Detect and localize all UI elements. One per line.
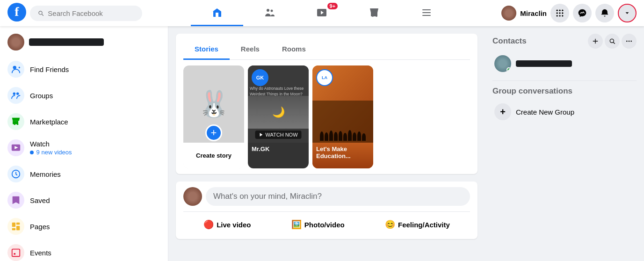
composer-top: What's on your mind, Miraclin?: [183, 187, 470, 206]
account-menu-button[interactable]: [618, 4, 637, 22]
svg-rect-30: [16, 226, 20, 230]
svg-point-21: [13, 93, 15, 95]
mrgk-avatar-text: GK: [256, 75, 264, 80]
sidebar-item-find-friends[interactable]: Find Friends: [4, 56, 164, 82]
photo-video-button[interactable]: 🖼️ Photo/video: [284, 216, 352, 233]
tab-stories[interactable]: Stories: [183, 39, 230, 60]
sidebar-item-label: Marketplace: [30, 118, 68, 126]
sidebar-item-pages[interactable]: Pages: [4, 213, 164, 239]
tab-reels[interactable]: Reels: [230, 39, 271, 60]
sidebar-item-watch[interactable]: Watch 9 new videos: [4, 135, 164, 161]
lmes-story-bottom: Let's Make Education...: [312, 143, 373, 168]
svg-rect-10: [422, 15, 431, 16]
composer-input[interactable]: What's on your mind, Miraclin?: [206, 187, 470, 206]
svg-point-18: [559, 15, 560, 16]
nav-watch[interactable]: 9+: [296, 0, 348, 26]
search-input[interactable]: [48, 9, 135, 17]
svg-point-2: [267, 9, 269, 12]
svg-point-38: [630, 41, 632, 42]
watch-now-btn[interactable]: WATCH NOW: [255, 130, 301, 139]
svg-rect-28: [12, 223, 15, 227]
composer-placeholder: What's on your mind, Miraclin?: [213, 192, 322, 201]
add-contact-button[interactable]: [588, 34, 603, 49]
search-bar[interactable]: [30, 6, 142, 21]
contacts-icon-row: [588, 34, 637, 49]
sidebar-item-memories[interactable]: Memories: [4, 161, 164, 187]
nav-groups[interactable]: [400, 0, 453, 26]
user-profile-nav[interactable]: Miraclin: [501, 6, 547, 21]
svg-point-13: [562, 10, 563, 11]
moon-icon: 🌙: [272, 106, 285, 118]
svg-rect-32: [12, 249, 20, 257]
svg-point-36: [626, 41, 628, 42]
contact-item[interactable]: [492, 52, 637, 75]
topnav: f 9+ Mira: [0, 0, 644, 26]
stories-tabs: Stories Reels Rooms: [183, 39, 470, 60]
svg-point-22: [16, 93, 19, 95]
contact-avatar: [494, 55, 511, 72]
create-story-bottom: Create story: [183, 143, 244, 168]
create-group-plus-icon: +: [494, 103, 511, 120]
svg-point-14: [557, 12, 558, 14]
search-contacts-button[interactable]: [605, 34, 620, 49]
sidebar-item-label: Saved: [30, 196, 50, 204]
audience-area: [312, 101, 373, 143]
svg-rect-8: [422, 9, 431, 10]
messenger-button[interactable]: [573, 4, 592, 22]
mrgk-story-card[interactable]: GK Why do Astronauts Love these Weirdest…: [248, 65, 309, 168]
create-story-card[interactable]: 🐰 + Create story: [183, 65, 244, 168]
svg-point-37: [629, 41, 630, 42]
create-group-label: Create New Group: [516, 108, 574, 116]
apps-button[interactable]: [550, 4, 569, 22]
stories-card: Stories Reels Rooms 🐰 + Create story: [176, 34, 478, 174]
sidebar-item-label: Groups: [30, 92, 53, 100]
svg-rect-33: [14, 253, 15, 255]
feeling-label: Feeling/Activity: [398, 221, 450, 229]
marketplace-icon: [7, 113, 24, 130]
watch-sub-label: 9 new videos: [30, 149, 72, 156]
more-contacts-button[interactable]: [622, 34, 637, 49]
facebook-logo[interactable]: f: [7, 3, 26, 23]
bunny-illustration: 🐰: [198, 89, 230, 119]
create-new-group-button[interactable]: + Create New Group: [492, 100, 637, 124]
lmes-avatar-badge: LA: [316, 69, 333, 86]
lmes-story-card[interactable]: LA: [312, 65, 373, 168]
svg-rect-29: [16, 223, 20, 225]
svg-point-19: [562, 15, 563, 16]
contacts-header: Contacts: [492, 34, 637, 49]
composer-actions: 🔴 Live video 🖼️ Photo/video 😊 Feeling/Ac…: [183, 211, 470, 233]
sidebar-item-label: Find Friends: [30, 65, 69, 73]
nav-friends[interactable]: [243, 0, 296, 26]
nav-marketplace[interactable]: [348, 0, 400, 26]
mrgk-thumbnail: 🌙: [248, 96, 309, 129]
create-story-label: Create story: [196, 152, 232, 159]
feeling-button[interactable]: 😊 Feeling/Activity: [377, 216, 457, 233]
events-icon: [7, 244, 24, 261]
create-story-plus-icon: +: [205, 124, 222, 141]
watch-badge: 9+: [327, 3, 338, 9]
sidebar-item-groups[interactable]: Groups: [4, 82, 164, 109]
nav-home[interactable]: [191, 0, 243, 26]
groups-icon: [7, 87, 24, 104]
live-video-label: Live video: [217, 221, 251, 229]
feeling-icon: 😊: [385, 219, 395, 230]
sidebar-user-avatar: [7, 34, 24, 51]
tab-rooms[interactable]: Rooms: [271, 39, 317, 60]
right-sidebar: Contacts Group conversations +: [485, 26, 644, 261]
svg-point-3: [271, 9, 273, 12]
contact-name-hidden: [516, 60, 572, 67]
live-video-button[interactable]: 🔴 Live video: [196, 216, 258, 233]
watch-icon: [7, 139, 24, 156]
sidebar-item-events[interactable]: Events: [4, 239, 164, 261]
sidebar-item-marketplace[interactable]: Marketplace: [4, 109, 164, 135]
stories-row: 🐰 + Create story GK Why do Astronauts: [183, 65, 470, 168]
sidebar-item-label: Pages: [30, 223, 50, 231]
sidebar-user-row[interactable]: [4, 30, 164, 54]
sidebar-item-saved[interactable]: Saved: [4, 187, 164, 213]
svg-text:f: f: [14, 4, 19, 19]
svg-point-20: [13, 66, 16, 69]
audience-silhouettes: [320, 130, 366, 141]
svg-rect-31: [12, 228, 15, 231]
notifications-button[interactable]: [595, 4, 614, 22]
svg-point-17: [557, 15, 558, 16]
